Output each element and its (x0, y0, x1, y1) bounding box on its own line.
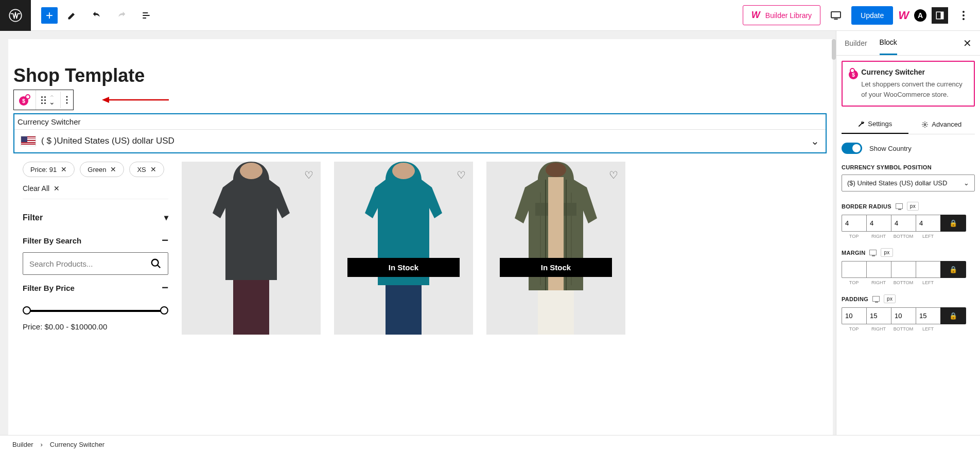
symbol-position-select[interactable]: ($) United States (US) dollar USD⌄ (842, 175, 975, 191)
astra-icon[interactable]: A (914, 9, 926, 22)
margin-left[interactable] (916, 261, 940, 278)
device-icon[interactable] (869, 250, 877, 255)
flag-us-icon (21, 136, 36, 146)
svg-point-6 (962, 18, 965, 20)
product-card[interactable]: ♡ In Stock (486, 162, 625, 335)
edit-icon[interactable] (62, 5, 82, 26)
margin-bottom[interactable] (891, 261, 916, 278)
lock-icon[interactable]: 🔒 (940, 215, 966, 232)
close-icon[interactable]: ✕ (110, 165, 116, 173)
svg-rect-1 (831, 11, 841, 18)
wordpress-logo[interactable] (0, 0, 31, 31)
search-icon[interactable] (150, 258, 162, 269)
border-radius-bottom[interactable] (891, 215, 916, 232)
margin-right[interactable] (866, 261, 891, 278)
product-card[interactable]: ♡ (182, 162, 321, 335)
lock-icon[interactable]: 🔒 (940, 261, 966, 278)
close-icon[interactable]: ✕ (150, 165, 156, 173)
price-slider[interactable] (27, 310, 164, 312)
move-updown[interactable]: ⌃⌄ (49, 96, 55, 104)
padding-bottom[interactable] (891, 307, 916, 324)
collapse-icon[interactable]: − (162, 234, 168, 247)
woo-icon[interactable]: W (898, 9, 909, 22)
svg-marker-11 (102, 97, 109, 103)
filter-by-price-label: Filter By Price (23, 284, 75, 292)
clear-all-link[interactable]: Clear All✕ (23, 184, 168, 199)
filter-heading: Filter (23, 213, 43, 222)
svg-point-0 (9, 9, 21, 21)
chevron-down-icon[interactable]: ⌄ (811, 135, 819, 147)
search-input[interactable] (23, 252, 168, 275)
scrollbar[interactable] (832, 39, 836, 60)
padding-label: PADDING (842, 296, 868, 302)
more-menu-icon[interactable] (953, 5, 974, 26)
show-country-toggle[interactable] (842, 143, 862, 154)
stock-badge: In Stock (500, 258, 612, 277)
heart-icon[interactable]: ♡ (609, 169, 618, 181)
tab-block[interactable]: Block (880, 31, 897, 55)
close-icon[interactable]: ✕ (963, 37, 972, 49)
product-card[interactable]: ♡ In Stock (334, 162, 473, 335)
filter-by-search-label: Filter By Search (23, 236, 81, 245)
svg-point-8 (66, 99, 68, 101)
gear-icon (921, 121, 929, 128)
block-toolbar: $ ⌃⌄ (13, 90, 74, 110)
symbol-position-label: CURRENCY SYMBOL POSITION (842, 164, 975, 170)
breadcrumb: Builder › Currency Switcher (0, 435, 980, 453)
chevron-down-icon: ⌄ (964, 179, 969, 187)
list-view-icon[interactable] (136, 5, 156, 26)
builder-library-button[interactable]: W Builder Library (743, 5, 820, 25)
padding-right[interactable] (866, 307, 891, 324)
filter-chip[interactable]: XS✕ (129, 162, 164, 177)
collapse-icon[interactable]: − (162, 281, 168, 294)
svg-line-13 (157, 265, 161, 268)
slider-thumb-max[interactable] (160, 306, 168, 315)
svg-point-9 (66, 102, 68, 104)
device-icon[interactable] (896, 203, 903, 209)
heart-icon[interactable]: ♡ (457, 169, 466, 181)
unit-px[interactable]: px (884, 294, 896, 303)
svg-point-15 (240, 163, 262, 179)
border-radius-left[interactable] (916, 215, 940, 232)
block-more-icon[interactable] (61, 92, 73, 108)
padding-left[interactable] (916, 307, 940, 324)
border-radius-right[interactable] (866, 215, 891, 232)
filter-funnel-icon[interactable]: ▾ (164, 213, 168, 222)
add-block-button[interactable]: + (41, 7, 58, 24)
lock-icon[interactable]: 🔒 (940, 307, 966, 324)
filter-chip[interactable]: Green✕ (80, 162, 124, 177)
drag-handle-icon[interactable] (41, 96, 46, 104)
info-title: Currency Switcher (861, 68, 968, 76)
device-icon[interactable] (872, 296, 880, 302)
device-preview-icon[interactable] (826, 5, 846, 26)
undo-icon[interactable] (86, 5, 107, 26)
show-country-label: Show Country (869, 145, 912, 152)
tab-advanced[interactable]: Advanced (908, 115, 975, 134)
padding-top[interactable] (842, 307, 866, 324)
margin-top[interactable] (842, 261, 866, 278)
slider-thumb-min[interactable] (23, 306, 31, 315)
currency-value: ( $ )United States (US) dollar USD (41, 136, 174, 146)
svg-point-7 (66, 96, 68, 98)
panel-toggle-icon[interactable] (932, 7, 948, 24)
builder-library-icon: W (751, 10, 760, 21)
border-radius-top[interactable] (842, 215, 866, 232)
border-radius-label: BORDER RADIUS (842, 203, 891, 210)
unit-px[interactable]: px (881, 248, 892, 257)
svg-point-5 (962, 14, 965, 16)
filter-chip[interactable]: Price: 91✕ (23, 162, 75, 177)
redo-icon (111, 5, 132, 26)
tab-settings[interactable]: Settings (842, 115, 908, 134)
price-range-text: Price: $0.00 - $10000.00 (23, 322, 168, 331)
tab-builder[interactable]: Builder (845, 32, 867, 55)
close-icon[interactable]: ✕ (61, 165, 67, 173)
block-type-icon[interactable]: $ (14, 90, 36, 110)
annotation-arrow (102, 95, 169, 105)
breadcrumb-root[interactable]: Builder (12, 441, 33, 448)
update-button[interactable]: Update (851, 6, 893, 25)
svg-point-21 (546, 163, 566, 177)
unit-px[interactable]: px (907, 202, 919, 211)
currency-switcher-block[interactable]: Currency Switcher ( $ )United States (US… (13, 113, 827, 153)
close-icon[interactable]: ✕ (54, 184, 60, 193)
heart-icon[interactable]: ♡ (304, 169, 313, 181)
